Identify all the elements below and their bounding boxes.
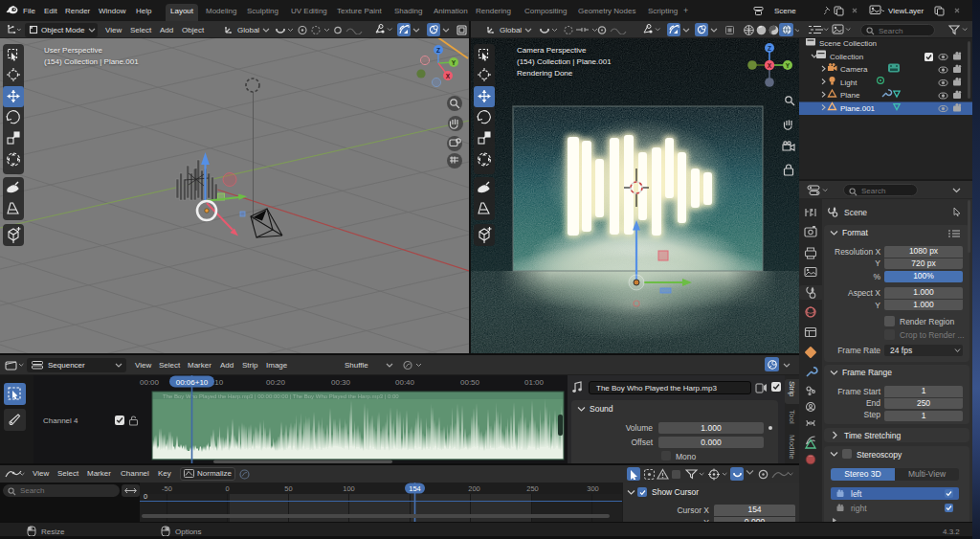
svg-text:300: 300: [587, 484, 599, 493]
svg-text:0: 0: [225, 484, 229, 493]
svg-text:-50: -50: [162, 484, 172, 493]
svg-text:Plane: Plane: [840, 91, 860, 100]
svg-text:Z: Z: [436, 47, 440, 54]
svg-text:Scene Collection: Scene Collection: [819, 39, 877, 48]
svg-text:Light: Light: [840, 79, 858, 87]
svg-text:The Boy Who Played the Harp.mp: The Boy Who Played the Harp.mp3 | 00:00:…: [163, 393, 399, 399]
svg-text:Camera: Camera: [840, 65, 868, 74]
svg-text:X: X: [768, 62, 772, 69]
svg-text:50: 50: [284, 484, 292, 493]
svg-text:154: 154: [409, 484, 421, 493]
svg-text:X: X: [446, 73, 451, 79]
svg-text:Collection: Collection: [830, 53, 863, 61]
svg-text:250: 250: [526, 484, 539, 493]
svg-text:00:06+10: 00:06+10: [176, 378, 209, 387]
svg-text:200: 200: [468, 484, 480, 493]
svg-text:Z: Z: [768, 45, 771, 52]
svg-text:0: 0: [144, 492, 147, 501]
svg-text:100: 100: [343, 484, 355, 493]
svg-text:Y: Y: [452, 59, 457, 66]
svg-text:Plane.001: Plane.001: [840, 104, 876, 113]
svg-text:Y: Y: [786, 62, 791, 69]
